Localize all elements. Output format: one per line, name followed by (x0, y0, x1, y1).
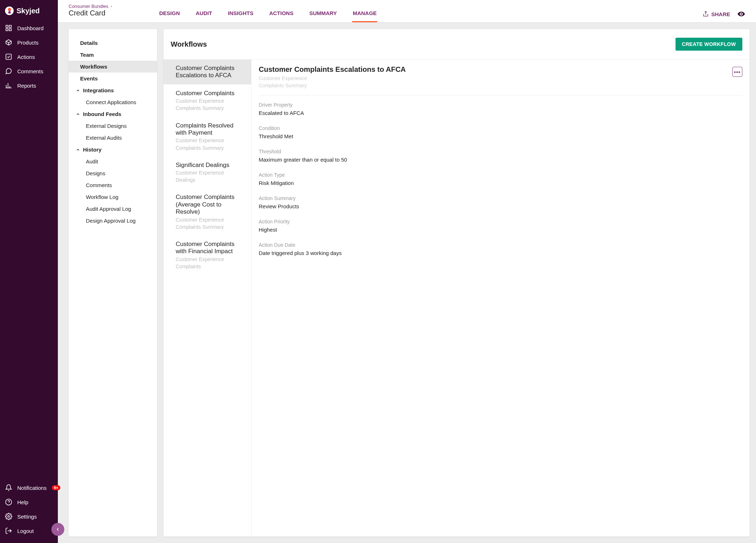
chevron-up-icon (76, 148, 80, 152)
sidebar-item-settings[interactable]: Settings (0, 509, 58, 524)
workflow-more-button[interactable]: ••• (732, 67, 742, 77)
settings-item-team[interactable]: Team (69, 49, 157, 61)
sidebar: Skyjed DashboardProductsActionsCommentsR… (0, 0, 58, 543)
sidebar-item-dashboard[interactable]: Dashboard (0, 21, 58, 35)
sidebar-item-label: Notifications (17, 485, 47, 491)
svg-rect-0 (6, 25, 8, 28)
field-label: Action Type (259, 172, 742, 178)
workflow-field: ConditionThreshold Met (259, 119, 742, 142)
field-value: Maximum greater than or equal to 50 (259, 157, 742, 163)
settings-item-connect-applications[interactable]: Connect Applications (69, 96, 157, 108)
field-label: Driver Property (259, 102, 742, 108)
workflow-field: Action SummaryReview Products (259, 189, 742, 212)
svg-rect-4 (6, 54, 11, 60)
field-value: Risk Mitigation (259, 180, 742, 186)
sidebar-collapse-button[interactable] (51, 523, 64, 536)
field-value: Threshold Met (259, 133, 742, 139)
sidebar-item-notifications[interactable]: Notifications9+ (0, 481, 58, 495)
sidebar-item-products[interactable]: Products (0, 35, 58, 50)
sidebar-item-comments[interactable]: Comments (0, 64, 58, 78)
field-value: Escalated to AFCA (259, 110, 742, 116)
sidebar-item-label: Comments (17, 68, 43, 74)
tab-design[interactable]: DESIGN (158, 5, 181, 22)
settings-item-integrations[interactable]: Integrations (69, 84, 157, 96)
breadcrumb: Consumer Bundles Credit Card (69, 4, 151, 22)
settings-item-external-designs[interactable]: External Designs (69, 120, 157, 132)
share-button[interactable]: SHARE (702, 11, 730, 17)
field-value: Date triggered plus 3 working days (259, 250, 742, 256)
settings-item-history[interactable]: History (69, 144, 157, 156)
create-workflow-button[interactable]: CREATE WORKFLOW (676, 38, 742, 51)
field-value: Review Products (259, 203, 742, 209)
workflow-item-title: Customer Complaints (Average Cost to Res… (176, 194, 244, 215)
tab-audit[interactable]: AUDIT (195, 5, 213, 22)
workflow-item-title: Customer Complaints Escalations to AFCA (176, 65, 244, 79)
field-label: Action Priority (259, 219, 742, 224)
svg-point-14 (741, 13, 742, 15)
settings-item-inbound-feeds[interactable]: Inbound Feeds (69, 108, 157, 120)
help-icon (5, 498, 12, 506)
settings-item-audit-approval-log[interactable]: Audit Approval Log (69, 203, 157, 215)
comments-icon (5, 68, 12, 75)
brand-name: Skyjed (17, 7, 40, 15)
sidebar-item-label: Products (17, 40, 38, 46)
tab-manage[interactable]: MANAGE (352, 5, 378, 22)
workflow-field: ThresholdMaximum greater than or equal t… (259, 142, 742, 166)
field-value: Highest (259, 227, 742, 233)
logout-icon (5, 527, 12, 534)
workflows-heading: Workflows (171, 40, 207, 48)
chevron-up-icon (76, 88, 80, 93)
workflow-list-item[interactable]: Customer Complaints (Average Cost to Res… (163, 189, 251, 236)
workflow-field: Action PriorityHighest (259, 212, 742, 236)
workflow-list-item[interactable]: Customer ComplaintsCustomer ExperienceCo… (163, 85, 251, 117)
settings-item-events[interactable]: Events (69, 73, 157, 84)
breadcrumb-parent[interactable]: Consumer Bundles (69, 4, 151, 9)
settings-item-details[interactable]: Details (69, 37, 157, 49)
settings-item-audit[interactable]: Audit (69, 156, 157, 167)
tab-insights[interactable]: INSIGHTS (227, 5, 254, 22)
sidebar-item-label: Logout (17, 528, 34, 534)
topbar: Consumer Bundles Credit Card DESIGNAUDIT… (58, 0, 756, 23)
field-label: Action Due Date (259, 242, 742, 248)
sidebar-item-label: Actions (17, 54, 35, 60)
workflow-detail-sub2: Complaints Summary (259, 82, 406, 89)
workflow-detail: Customer Complaints Escalations to AFCA … (252, 60, 750, 537)
page-title: Credit Card (69, 9, 151, 17)
settings-item-workflow-log[interactable]: Workflow Log (69, 191, 157, 203)
workflow-field: Action TypeRisk Mitigation (259, 166, 742, 189)
sidebar-item-label: Reports (17, 83, 36, 89)
settings-item-design-approval-log[interactable]: Design Approval Log (69, 215, 157, 227)
sidebar-item-help[interactable]: Help (0, 495, 58, 509)
field-label: Condition (259, 125, 742, 131)
sidebar-item-actions[interactable]: Actions (0, 50, 58, 64)
tab-summary[interactable]: SUMMARY (309, 5, 338, 22)
workflow-list-item[interactable]: Complaints Resolved with PaymentCustomer… (163, 117, 251, 157)
workflow-list-item[interactable]: Customer Complaints Escalations to AFCA (163, 60, 251, 85)
sidebar-item-reports[interactable]: Reports (0, 78, 58, 93)
svg-rect-1 (9, 25, 11, 28)
sidebar-item-label: Settings (17, 514, 37, 520)
svg-point-11 (8, 516, 10, 518)
workflows-panel: Workflows CREATE WORKFLOW Customer Compl… (163, 29, 750, 537)
share-icon (702, 11, 709, 17)
settings-item-external-audits[interactable]: External Audits (69, 132, 157, 144)
reports-icon (5, 82, 12, 89)
settings-item-designs[interactable]: Designs (69, 167, 157, 179)
workflow-field: Driver PropertyEscalated to AFCA (259, 96, 742, 119)
sidebar-item-logout[interactable]: Logout (0, 524, 58, 538)
settings-panel: DetailsTeamWorkflowsEventsIntegrationsCo… (69, 29, 157, 537)
brand-logo[interactable]: Skyjed (0, 0, 58, 21)
field-label: Threshold (259, 149, 742, 154)
sidebar-item-label: Help (17, 499, 28, 505)
svg-rect-2 (6, 29, 8, 31)
bell-icon (5, 484, 12, 491)
workflow-item-title: Customer Complaints with Financial Impac… (176, 241, 244, 255)
workflow-list-item[interactable]: Significant DealingsCustomer ExperienceD… (163, 157, 251, 189)
tab-actions[interactable]: ACTIONS (268, 5, 294, 22)
settings-item-workflows[interactable]: Workflows (69, 61, 157, 73)
workflow-list-item[interactable]: Customer Complaints with Financial Impac… (163, 236, 251, 275)
settings-icon (5, 513, 12, 520)
workflow-field: Action Due DateDate triggered plus 3 wor… (259, 236, 742, 259)
settings-item-comments[interactable]: Comments (69, 179, 157, 191)
visibility-icon[interactable] (737, 10, 745, 18)
